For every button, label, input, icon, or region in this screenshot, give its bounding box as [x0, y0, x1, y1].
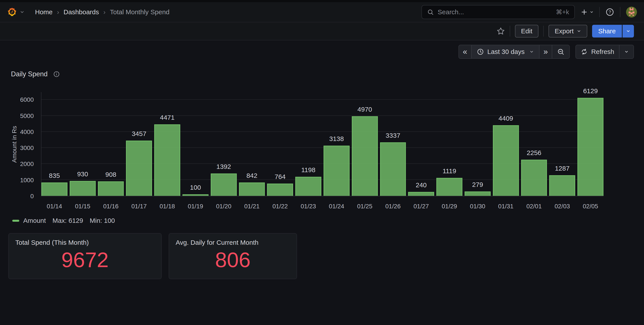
bar-slot: 313801/24 — [324, 92, 350, 196]
bar-value-label: 3337 — [380, 132, 406, 139]
bar[interactable] — [239, 182, 265, 196]
time-shift-forward-button[interactable]: » — [539, 45, 552, 58]
time-controls: « Last 30 days » Refresh — [0, 40, 644, 59]
stat-panel-title[interactable]: Total Spend (This Month) — [15, 239, 155, 246]
legend-min: Min: 100 — [90, 217, 115, 224]
add-new-button[interactable] — [580, 8, 594, 16]
x-tick-label: 01/21 — [239, 203, 265, 210]
bar[interactable] — [211, 173, 237, 196]
y-tick-label: 4000 — [20, 129, 34, 136]
chevron-down-icon — [577, 29, 581, 33]
search-input[interactable]: Search... ⌘+k — [422, 5, 575, 19]
user-avatar[interactable] — [626, 7, 637, 18]
plus-icon — [580, 8, 588, 16]
x-tick-label: 01/15 — [70, 203, 96, 210]
bar-slot: 76401/22 — [267, 92, 293, 196]
bar-slot: 27901/30 — [464, 92, 491, 196]
bar-value-label: 3457 — [126, 130, 152, 138]
share-button[interactable]: Share — [592, 25, 622, 38]
bar-slot: 93001/15 — [70, 92, 96, 196]
bar[interactable] — [154, 124, 180, 196]
share-split-button: Share — [592, 25, 634, 38]
bar[interactable] — [352, 116, 378, 196]
bar-value-label: 842 — [239, 172, 265, 179]
breadcrumb-dashboards[interactable]: Dashboards — [64, 8, 99, 16]
legend-series-label[interactable]: Amount — [23, 217, 46, 224]
search-shortcut-hint: ⌘+k — [556, 8, 569, 16]
search-placeholder: Search... — [438, 8, 464, 16]
breadcrumb-separator: › — [57, 8, 59, 16]
refresh-button[interactable]: Refresh — [576, 45, 619, 58]
bar[interactable] — [521, 160, 547, 196]
bar[interactable] — [295, 177, 321, 196]
bar[interactable] — [126, 141, 152, 196]
bar[interactable] — [182, 194, 208, 196]
bar[interactable] — [70, 181, 96, 196]
x-tick-label: 01/17 — [126, 203, 152, 210]
divider — [543, 26, 544, 37]
bar[interactable] — [98, 181, 124, 196]
dashboard-toolbar: Edit Export Share — [0, 22, 644, 40]
bar-slot: 90801/16 — [98, 92, 124, 196]
x-tick-label: 01/31 — [493, 203, 519, 210]
x-tick-label: 01/18 — [154, 203, 180, 210]
svg-text:?: ? — [608, 10, 611, 15]
breadcrumb-home[interactable]: Home — [35, 8, 52, 16]
stat-panel-title[interactable]: Avg. Daily for Current Month — [176, 239, 290, 246]
x-tick-label: 01/24 — [324, 203, 350, 210]
x-tick-label: 01/29 — [436, 203, 462, 210]
bar[interactable] — [408, 192, 434, 196]
bar-slot: 83501/14 — [42, 92, 68, 196]
bar[interactable] — [549, 175, 575, 196]
bar-value-label: 240 — [408, 181, 434, 189]
grafana-menu-toggle[interactable] — [7, 7, 24, 17]
divider — [620, 7, 620, 17]
clock-icon — [477, 48, 484, 55]
bar-chart: Amount in Rs 0100020003000400050006000 8… — [0, 92, 644, 196]
time-range-label: Last 30 days — [488, 48, 524, 56]
favorite-star-button[interactable] — [496, 27, 505, 35]
x-tick-label: 02/03 — [549, 203, 575, 210]
panel-title[interactable]: Daily Spend — [11, 70, 48, 78]
divider — [510, 26, 510, 37]
share-options-button[interactable] — [622, 25, 634, 38]
bar-slot: 24001/27 — [408, 92, 434, 196]
grafana-logo-icon — [7, 7, 17, 17]
legend-max: Max: 6129 — [52, 217, 83, 224]
help-button[interactable]: ? — [606, 8, 614, 17]
chevron-down-icon — [20, 10, 24, 15]
x-tick-label: 01/27 — [408, 203, 434, 210]
bar-value-label: 3138 — [324, 135, 350, 143]
x-tick-label: 01/20 — [211, 203, 237, 210]
chevron-down-icon — [626, 29, 630, 33]
refresh-interval-button[interactable] — [619, 45, 634, 58]
refresh-button-label: Refresh — [591, 48, 614, 56]
info-icon[interactable] — [53, 71, 60, 77]
legend-series-swatch — [12, 220, 19, 222]
zoom-out-time-button[interactable] — [552, 45, 569, 58]
x-tick-label: 01/19 — [182, 203, 208, 210]
bar-slot: 440901/31 — [493, 92, 519, 196]
top-nav: Home › Dashboards › Total Monthly Spend … — [0, 2, 644, 22]
bar[interactable] — [324, 146, 350, 196]
y-axis-ticks: 0100020003000400050006000 — [0, 92, 37, 196]
bar[interactable] — [380, 142, 406, 196]
bar-value-label: 1198 — [295, 166, 321, 174]
panel-header: Daily Spend — [0, 59, 644, 78]
bar-slot: 333701/26 — [380, 92, 406, 196]
bar[interactable] — [42, 182, 68, 196]
bar[interactable] — [267, 184, 293, 196]
time-range-picker[interactable]: Last 30 days — [471, 45, 539, 58]
x-tick-label: 02/05 — [578, 203, 604, 210]
time-shift-back-button[interactable]: « — [459, 45, 471, 58]
bar-value-label: 4970 — [352, 106, 378, 113]
bar-value-label: 279 — [464, 181, 491, 188]
edit-button[interactable]: Edit — [515, 25, 539, 38]
export-button[interactable]: Export — [548, 25, 587, 38]
export-button-label: Export — [555, 28, 574, 35]
bar[interactable] — [493, 125, 519, 196]
bar[interactable] — [436, 178, 462, 196]
bar[interactable] — [464, 191, 491, 196]
bar[interactable] — [578, 98, 604, 196]
plot-area: 83501/1493001/1590801/16345701/17447101/… — [41, 92, 604, 196]
